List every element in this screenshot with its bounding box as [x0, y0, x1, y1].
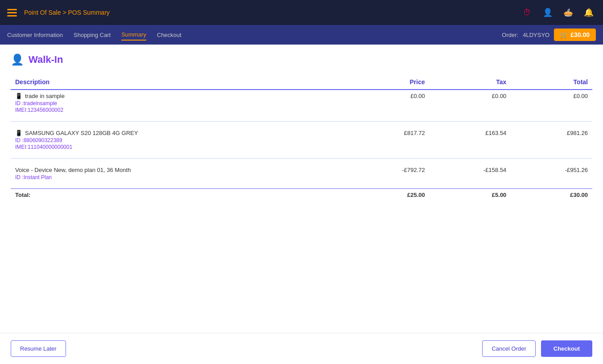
item-tax-2: £163.54 — [430, 127, 511, 153]
item-name-2: 📱 SAMSUNG GALAXY S20 128GB 4G GREY — [15, 130, 343, 136]
breadcrumb-part1: Point Of Sale — [24, 9, 61, 16]
header-icons: ⏱ 👤 🥧 🔔 — [520, 5, 596, 20]
item-total-2: £981.26 — [511, 127, 592, 153]
total-tax: £5.00 — [430, 189, 511, 201]
nav-right: Order: 4LDYSYO 🛒 £30.00 — [502, 29, 596, 41]
item-total-1: £0.00 — [511, 90, 592, 116]
nav-checkout[interactable]: Checkout — [157, 30, 182, 40]
user-icon[interactable]: 👤 — [541, 5, 555, 20]
plan-id-1: ID :Instant Plan — [15, 174, 343, 180]
phone-icon-2: 📱 — [15, 130, 22, 136]
total-label: Total: — [11, 189, 348, 201]
item-id-1: ID :tradeinsample — [15, 100, 343, 106]
item-imei-1: IMEI:123456000002 — [15, 107, 343, 113]
breadcrumb: Point Of Sale > POS Summary — [24, 9, 110, 16]
nav-summary[interactable]: Summary — [121, 29, 146, 41]
hamburger-menu[interactable] — [7, 9, 17, 16]
nav-shopping-cart[interactable]: Shopping Cart — [74, 30, 111, 40]
cart-total: £30.00 — [570, 31, 590, 38]
plan-tax-1: -£158.54 — [430, 164, 511, 183]
plan-total-1: -£951.26 — [511, 164, 592, 183]
cart-icon: 🛒 — [560, 31, 568, 38]
cart-button[interactable]: 🛒 £30.00 — [554, 29, 596, 41]
col-total: Total — [511, 75, 592, 90]
navbar: Customer Information Shopping Cart Summa… — [0, 25, 603, 45]
spacer-4 — [11, 159, 592, 164]
customer-icon: 👤 — [11, 53, 24, 66]
item-price-1: £0.00 — [348, 90, 430, 116]
pie-chart-icon[interactable]: 🥧 — [561, 5, 575, 20]
total-price: £25.00 — [348, 189, 430, 201]
customer-header: 👤 Walk-In — [11, 53, 592, 66]
order-id: 4LDYSYO — [523, 32, 549, 38]
main-content: 👤 Walk-In Description Price Tax Total 📱 … — [0, 45, 603, 210]
spacer-3 — [11, 153, 592, 158]
breadcrumb-arrow: > — [61, 9, 68, 16]
item-imei-2: IMEI:111040000000001 — [15, 144, 343, 150]
bell-icon[interactable]: 🔔 — [582, 5, 596, 20]
table-row: Voice - Device New, demo plan 01, 36 Mon… — [11, 164, 592, 183]
item-name-1: 📱 trade in sample — [15, 93, 343, 99]
header: Point Of Sale > POS Summary ⏱ 👤 🥧 🔔 — [0, 0, 603, 25]
item-id-2: ID :8806090322389 — [15, 137, 343, 143]
item-price-2: £817.72 — [348, 127, 430, 153]
nav-customer-information[interactable]: Customer Information — [7, 30, 63, 40]
table-row: 📱 trade in sample ID :tradeinsample IMEI… — [11, 90, 592, 116]
clock-icon[interactable]: ⏱ — [520, 5, 534, 20]
col-price: Price — [348, 75, 430, 90]
spacer-2 — [11, 122, 592, 127]
item-tax-1: £0.00 — [430, 90, 511, 116]
plan-name-1: Voice - Device New, demo plan 01, 36 Mon… — [15, 167, 343, 173]
phone-icon-1: 📱 — [15, 93, 22, 99]
total-amount: £30.00 — [511, 189, 592, 201]
spacer-5 — [11, 183, 592, 188]
breadcrumb-part2: POS Summary — [68, 9, 109, 16]
total-row: Total: £25.00 £5.00 £30.00 — [11, 189, 592, 201]
summary-table: Description Price Tax Total 📱 trade in s… — [11, 75, 592, 201]
nav-links: Customer Information Shopping Cart Summa… — [7, 29, 182, 41]
customer-name: Walk-In — [29, 54, 63, 65]
order-label: Order: — [502, 32, 518, 38]
header-left: Point Of Sale > POS Summary — [7, 9, 110, 16]
spacer-1 — [11, 116, 592, 121]
plan-price-1: -£792.72 — [348, 164, 430, 183]
col-description: Description — [11, 75, 348, 90]
table-row: 📱 SAMSUNG GALAXY S20 128GB 4G GREY ID :8… — [11, 127, 592, 153]
col-tax: Tax — [430, 75, 511, 90]
